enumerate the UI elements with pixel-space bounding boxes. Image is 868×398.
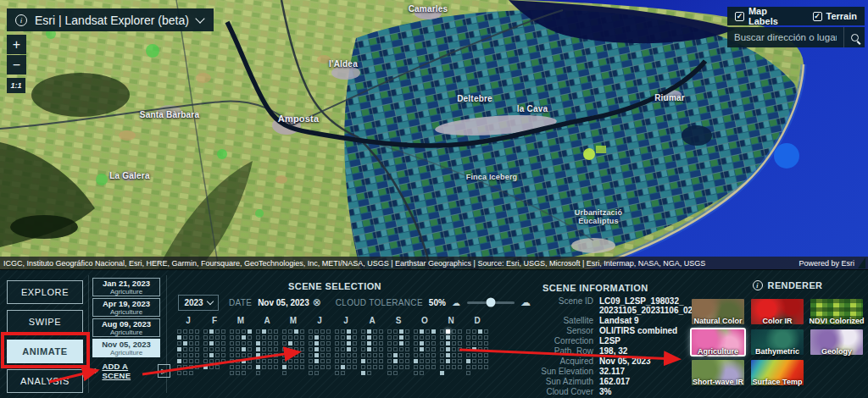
day-cell[interactable]: [300, 341, 304, 345]
day-cell[interactable]: [353, 359, 357, 363]
chevron-down-icon[interactable]: [195, 14, 204, 23]
day-cell[interactable]: [431, 341, 436, 345]
day-cell[interactable]: [256, 359, 260, 363]
info-icon[interactable]: i: [15, 14, 27, 26]
day-cell[interactable]: [215, 335, 220, 340]
day-cell[interactable]: [183, 329, 187, 334]
day-cell[interactable]: [367, 341, 371, 345]
day-cell[interactable]: [189, 359, 193, 363]
day-cell[interactable]: [353, 341, 357, 345]
day-cell[interactable]: [268, 359, 272, 363]
map-labels-toggle[interactable]: ✓ Map Labels: [735, 6, 799, 26]
day-cell[interactable]: [393, 365, 398, 369]
day-cell[interactable]: [215, 329, 220, 334]
day-cell[interactable]: [189, 365, 193, 369]
day-cell[interactable]: [242, 329, 246, 334]
day-cell[interactable]: [288, 329, 292, 334]
day-cell[interactable]: [203, 347, 208, 351]
info-icon[interactable]: i: [753, 280, 763, 290]
day-cell[interactable]: [209, 359, 214, 363]
day-cell[interactable]: [183, 335, 187, 340]
day-cell[interactable]: [379, 329, 383, 334]
day-cell[interactable]: [236, 329, 240, 334]
day-cell[interactable]: [242, 335, 246, 340]
day-cell[interactable]: [183, 365, 187, 369]
day-cell[interactable]: [236, 341, 240, 345]
day-cell[interactable]: [446, 359, 450, 363]
day-cell[interactable]: [236, 335, 240, 340]
day-cell[interactable]: [236, 359, 240, 363]
day-cell[interactable]: [314, 365, 319, 369]
day-cell[interactable]: [221, 359, 225, 363]
day-cell[interactable]: [446, 353, 450, 357]
day-cell[interactable]: [393, 329, 398, 334]
day-cell[interactable]: [341, 335, 345, 340]
day-cell[interactable]: [221, 341, 225, 345]
day-cell[interactable]: [282, 335, 287, 340]
day-cell[interactable]: [361, 365, 365, 369]
day-cell[interactable]: [405, 359, 409, 363]
day-cell[interactable]: [248, 335, 252, 340]
day-cell[interactable]: [268, 347, 272, 351]
day-cell[interactable]: [361, 347, 365, 351]
day-cell[interactable]: [341, 371, 345, 375]
day-cell[interactable]: [189, 371, 193, 375]
day-cell[interactable]: [361, 341, 365, 345]
day-cell[interactable]: [393, 335, 398, 340]
day-cell[interactable]: [426, 353, 430, 357]
renderer-geology[interactable]: Geology: [810, 329, 863, 355]
zoom-in-button[interactable]: +: [7, 35, 26, 54]
day-cell[interactable]: [203, 341, 208, 345]
day-cell[interactable]: [177, 347, 181, 351]
day-cell[interactable]: [326, 347, 331, 351]
day-cell[interactable]: [361, 329, 365, 334]
scene-list-item[interactable]: Aug 09, 2023Agriculture: [92, 318, 160, 337]
day-cell[interactable]: [335, 371, 339, 375]
day-cell[interactable]: [335, 347, 339, 351]
day-cell[interactable]: [458, 353, 462, 357]
day-cell[interactable]: [183, 371, 187, 375]
cloud-tolerance-slider[interactable]: [467, 301, 515, 304]
day-cell[interactable]: [215, 353, 220, 357]
day-cell[interactable]: [256, 371, 260, 375]
day-cell[interactable]: [209, 353, 214, 357]
day-cell[interactable]: [420, 347, 424, 351]
day-cell[interactable]: [215, 341, 220, 345]
slider-handle[interactable]: [486, 298, 495, 307]
day-cell[interactable]: [341, 329, 345, 334]
day-cell[interactable]: [242, 371, 246, 375]
day-cell[interactable]: [294, 335, 298, 340]
day-cell[interactable]: [472, 347, 476, 351]
day-cell[interactable]: [326, 359, 331, 363]
day-cell[interactable]: [189, 347, 193, 351]
day-cell[interactable]: [399, 341, 403, 345]
day-cell[interactable]: [335, 359, 339, 363]
day-cell[interactable]: [440, 335, 444, 340]
day-cell[interactable]: [248, 341, 252, 345]
day-cell[interactable]: [282, 347, 287, 351]
day-cell[interactable]: [420, 329, 424, 334]
day-cell[interactable]: [320, 329, 325, 334]
day-cell[interactable]: [405, 365, 409, 369]
day-cell[interactable]: [221, 353, 225, 357]
day-cell[interactable]: [256, 347, 260, 351]
day-cell[interactable]: [177, 353, 181, 357]
day-cell[interactable]: [230, 335, 234, 340]
day-cell[interactable]: [466, 359, 470, 363]
day-cell[interactable]: [414, 347, 418, 351]
day-cell[interactable]: [452, 359, 456, 363]
day-cell[interactable]: [274, 347, 278, 351]
day-cell[interactable]: [326, 335, 331, 340]
mode-button-swipe[interactable]: SWIPE: [7, 310, 83, 334]
day-cell[interactable]: [230, 347, 234, 351]
renderer-bathymetric[interactable]: Bathymetric: [751, 329, 804, 355]
day-cell[interactable]: [177, 335, 181, 340]
day-cell[interactable]: [314, 335, 319, 340]
day-cell[interactable]: [288, 353, 292, 357]
day-cell[interactable]: [242, 341, 246, 345]
day-cell[interactable]: [300, 359, 304, 363]
day-cell[interactable]: [458, 359, 462, 363]
renderer-ndvi[interactable]: NDVI Colorized: [810, 299, 863, 324]
day-cell[interactable]: [335, 365, 339, 369]
day-cell[interactable]: [478, 353, 482, 357]
